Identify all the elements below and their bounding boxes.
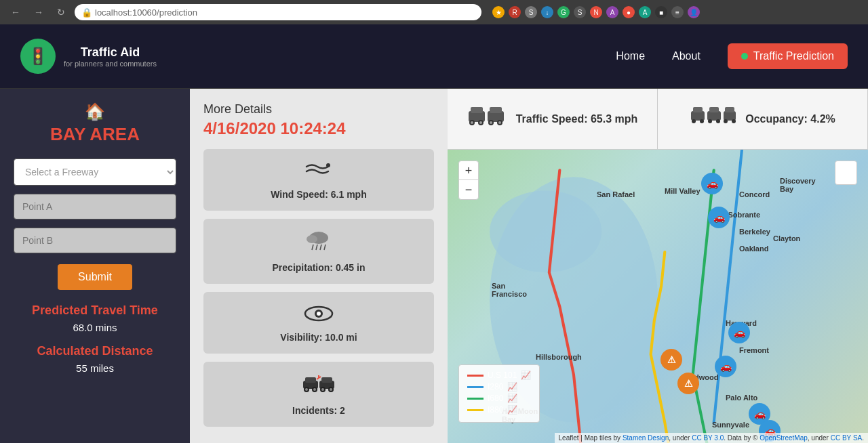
svg-point-35 <box>498 121 501 124</box>
calculated-distance-label: Calculated Distance <box>37 344 153 358</box>
marker-4: 🚗 <box>715 356 736 377</box>
svg-rect-25 <box>471 107 483 113</box>
legend-label-880: I880 <box>488 405 503 415</box>
svg-rect-41 <box>709 107 719 112</box>
leaflet-label: Leaflet <box>559 434 579 442</box>
submit-button[interactable]: Submit <box>58 264 132 290</box>
visibility-icon <box>214 303 423 328</box>
legend-line-101 <box>467 375 484 377</box>
wind-icon <box>214 160 423 185</box>
top-navbar: 🚦 Traffic Aid for planners and commuters… <box>0 24 868 89</box>
occupancy-card: Occupancy: 4.2% <box>658 89 868 149</box>
svg-point-42 <box>708 119 712 123</box>
svg-point-9 <box>317 312 321 316</box>
svg-rect-31 <box>490 107 502 113</box>
ext-icon-1[interactable]: R <box>509 6 521 18</box>
svg-rect-11 <box>305 377 316 383</box>
svg-line-6 <box>324 245 326 250</box>
svg-rect-40 <box>707 111 721 121</box>
svg-rect-36 <box>691 111 705 121</box>
nav-prediction-button[interactable]: Traffic Prediction <box>728 43 848 69</box>
nav-links: Home About Traffic Prediction <box>616 43 848 69</box>
ext-icon-8[interactable]: ● <box>623 6 635 18</box>
main-content: 🏠 BAY AREA Select a Freeway Submit Predi… <box>0 89 868 443</box>
point-b-input[interactable] <box>14 228 176 253</box>
marker-1: 🚗 <box>701 173 723 194</box>
bookmark-icon[interactable]: ★ <box>492 6 505 18</box>
ccbysa-link[interactable]: CC BY SA <box>831 434 863 442</box>
nav-forward-button[interactable]: → <box>30 5 47 19</box>
svg-rect-37 <box>693 107 703 112</box>
svg-point-39 <box>700 119 704 123</box>
osm-link[interactable]: OpenStreetMap <box>760 434 808 442</box>
url-bar[interactable]: 🔒 localhost:10060/prediction <box>75 4 481 20</box>
ext-icon-10[interactable]: ■ <box>655 6 667 18</box>
region-label: BAY AREA <box>50 124 140 145</box>
svg-line-5 <box>320 245 321 250</box>
nav-about-link[interactable]: About <box>672 50 701 62</box>
ext-icon-4[interactable]: G <box>557 6 570 18</box>
legend-label-680: I680 <box>488 394 503 403</box>
label-mill-valley: Mill Valley <box>665 187 701 195</box>
predicted-travel-time-label: Predicted Travel Time <box>32 303 158 318</box>
label-fremont: Fremont <box>739 346 769 354</box>
ext-icon-6[interactable]: N <box>590 6 602 18</box>
svg-point-46 <box>724 119 728 123</box>
layer-button[interactable]: ⊞ <box>835 161 857 185</box>
url-text: localhost:10060/prediction <box>95 7 197 18</box>
nav-refresh-button[interactable]: ↻ <box>53 5 69 19</box>
svg-point-13 <box>305 388 308 391</box>
marker-warning-2: ⚠ <box>677 373 699 394</box>
ext-icon-9[interactable]: A <box>639 6 651 18</box>
label-sunnyvale: Sunnyvale <box>712 421 749 429</box>
svg-point-21 <box>330 388 332 391</box>
traffic-speed-icon <box>467 101 508 138</box>
point-a-input[interactable] <box>14 194 176 219</box>
svg-point-38 <box>692 119 696 123</box>
map-container[interactable]: San Rafael Mill Valley Concord El Sobran… <box>448 150 868 443</box>
nav-prediction-label: Traffic Prediction <box>753 50 834 62</box>
wind-card: Wind Speed: 6.1 mph <box>203 149 434 211</box>
stamen-link[interactable]: Stamen Design <box>623 434 669 442</box>
app-name: Traffic Aid <box>64 45 157 60</box>
svg-line-4 <box>316 245 317 250</box>
svg-point-43 <box>716 119 720 123</box>
freeway-select[interactable]: Select a Freeway <box>14 159 176 186</box>
app-subtitle: for planners and commuters <box>64 60 157 68</box>
ext-icon-5[interactable]: S <box>574 6 586 18</box>
legend-item-880: I880 📈 <box>467 405 531 415</box>
nav-home-link[interactable]: Home <box>616 50 645 62</box>
zoom-in-button[interactable]: + <box>459 161 478 180</box>
svg-rect-44 <box>724 111 736 121</box>
label-palo-alto: Palo Alto <box>726 394 757 402</box>
ext-icon-3[interactable]: ↓ <box>541 6 553 18</box>
traffic-speed-label: Traffic Speed: 65.3 mph <box>516 113 638 125</box>
precipitation-label: Precipitation: 0.45 in <box>214 262 423 273</box>
details-datetime: 4/16/2020 10:24:24 <box>203 119 434 138</box>
label-san-rafael: San Rafael <box>597 190 635 198</box>
visibility-label: Visibility: 10.0 mi <box>214 332 423 343</box>
legend-line-680 <box>467 398 484 400</box>
svg-point-47 <box>732 119 736 123</box>
profile-icon[interactable]: 👤 <box>688 6 700 18</box>
cc-link[interactable]: CC BY 3.0 <box>692 434 724 442</box>
zoom-out-button[interactable]: − <box>459 180 478 199</box>
svg-point-33 <box>490 121 492 124</box>
nav-back-button[interactable]: ← <box>7 5 24 19</box>
top-stats-bar: Traffic Speed: 65.3 mph <box>448 89 868 150</box>
label-clayton: Clayton <box>773 234 800 242</box>
svg-point-27 <box>471 121 473 124</box>
logo-icon: 🚦 <box>20 39 56 74</box>
legend-line-280 <box>467 386 484 388</box>
zoom-controls: + − <box>458 161 479 200</box>
svg-point-15 <box>313 388 316 391</box>
visibility-card: Visibility: 10.0 mi <box>203 292 434 354</box>
marker-warning-1: ⚠ <box>660 349 682 371</box>
details-panel: More Details 4/16/2020 10:24:24 Wind Spe… <box>190 89 448 443</box>
menu-icon[interactable]: ≡ <box>671 6 684 18</box>
legend-label-101: U.S 101 <box>488 371 517 380</box>
ext-icon-7[interactable]: A <box>606 6 618 18</box>
calculated-distance-value: 55 miles <box>76 362 114 374</box>
ext-icon-2[interactable]: S <box>525 6 537 18</box>
svg-rect-45 <box>725 107 734 112</box>
